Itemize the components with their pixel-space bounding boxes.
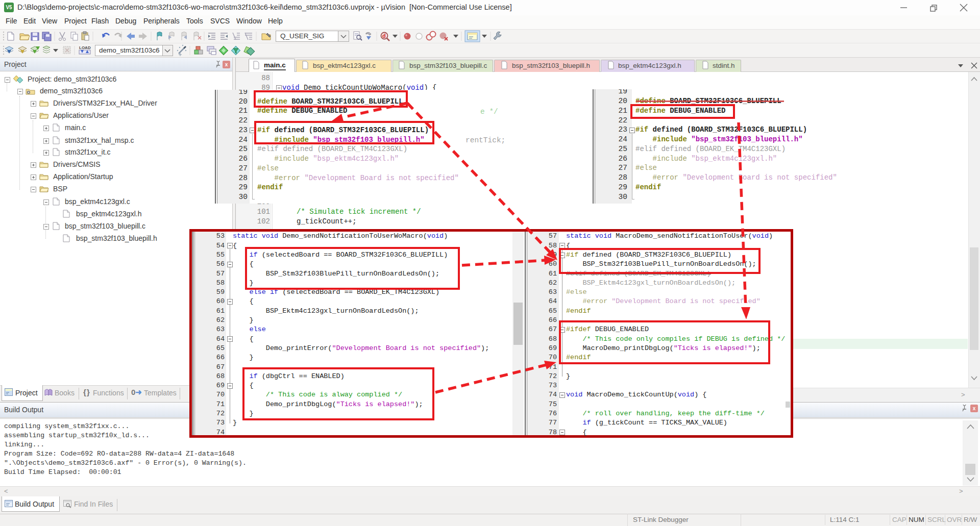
svg-text:d: d: [382, 33, 386, 39]
svg-text:LOAD: LOAD: [79, 45, 91, 50]
